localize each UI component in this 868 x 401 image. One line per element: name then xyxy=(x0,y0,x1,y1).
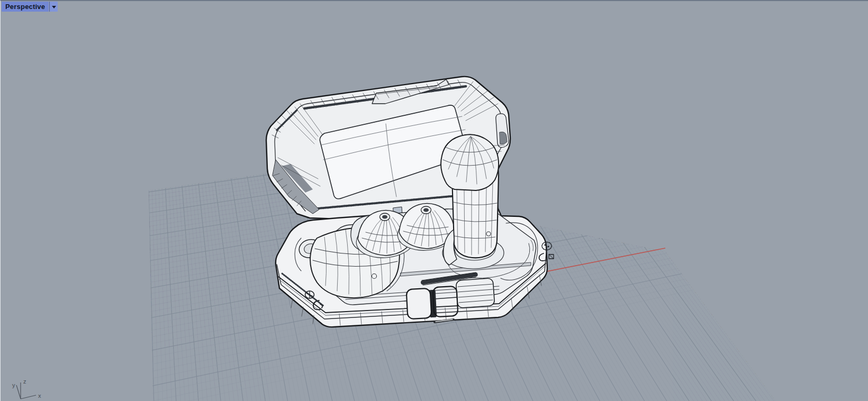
chevron-down-icon xyxy=(52,6,56,8)
viewport-title-tab[interactable]: Perspective xyxy=(2,2,58,12)
y-axis-label: y xyxy=(12,382,15,388)
3d-scene: z y x xyxy=(1,1,868,401)
viewport-canvas[interactable]: z y x Perspective xyxy=(0,0,868,401)
y-axis xyxy=(16,385,21,399)
x-axis-label: x xyxy=(38,393,41,399)
viewport-menu-button[interactable] xyxy=(49,2,58,12)
earbuds-case-model xyxy=(266,77,554,327)
x-axis xyxy=(21,395,36,399)
z-axis-label: z xyxy=(23,378,26,385)
viewport-title[interactable]: Perspective xyxy=(2,2,49,12)
axis-gizmo: z y x xyxy=(12,378,41,399)
